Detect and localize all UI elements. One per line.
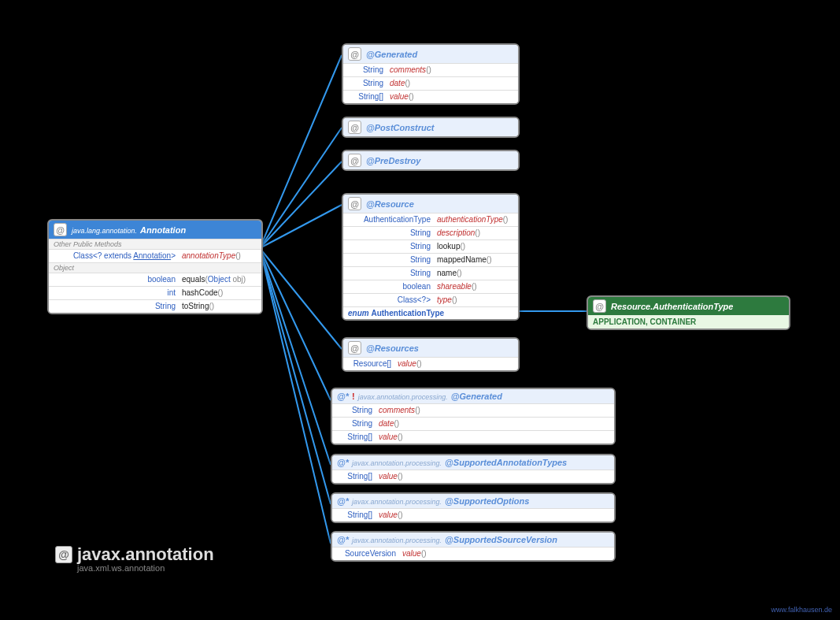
class-name: @SupportedSourceVersion bbox=[445, 535, 557, 544]
class-title: @ @PreDestroy bbox=[343, 151, 518, 169]
class-supportedoptions: @* javax.annotation.processing.@Supporte… bbox=[331, 492, 616, 523]
svg-line-7 bbox=[260, 248, 331, 504]
class-name: @Generated bbox=[366, 50, 417, 59]
class-resource: @ @Resource AuthenticationTypeauthentica… bbox=[342, 193, 520, 321]
enum-name: Resource.AuthenticationType bbox=[611, 302, 733, 311]
method-row: String[]value() bbox=[332, 508, 614, 522]
method-row: Stringdate() bbox=[343, 76, 518, 90]
annotation-icon: @ bbox=[348, 197, 361, 210]
class-title: @ java.lang.annotation.Annotation bbox=[49, 221, 261, 239]
svg-line-0 bbox=[260, 55, 342, 248]
enum-values: APPLICATION, CONTAINER bbox=[588, 315, 789, 329]
class-name: @Generated bbox=[451, 392, 502, 401]
method-row: String toString() bbox=[49, 299, 261, 313]
class-processing-generated: @* ! javax.annotation.processing.@Genera… bbox=[331, 388, 616, 445]
credit-link[interactable]: www.falkhausen.de bbox=[771, 606, 832, 614]
section-label: Other Public Methods bbox=[49, 239, 261, 249]
method-row: Stringdescription() bbox=[343, 226, 518, 239]
section-label: Object bbox=[49, 262, 261, 273]
class-package: java.lang.annotation. bbox=[72, 227, 137, 235]
svg-line-6 bbox=[260, 248, 331, 465]
class-title: @* ! javax.annotation.processing.@Genera… bbox=[332, 389, 614, 403]
annotation-icon: @ bbox=[54, 223, 67, 236]
method-row: Stringdate() bbox=[332, 417, 614, 430]
class-name: @Resources bbox=[366, 343, 419, 353]
annotation-icon: @ bbox=[55, 546, 72, 563]
class-postconstruct: @ @PostConstruct bbox=[342, 117, 520, 138]
class-supportedannotationtypes: @* javax.annotation.processing.@Supporte… bbox=[331, 454, 616, 484]
class-title: @* javax.annotation.processing.@Supporte… bbox=[332, 455, 614, 470]
bang-icon: ! bbox=[352, 392, 355, 401]
class-package: javax.annotation.processing. bbox=[352, 536, 442, 544]
class-title: @* javax.annotation.processing.@Supporte… bbox=[332, 533, 614, 547]
method-row: booleanshareable() bbox=[343, 280, 518, 293]
annotation-icon: @ bbox=[348, 121, 361, 134]
annotation-icon: @ bbox=[593, 299, 606, 313]
class-package: javax.annotation.processing. bbox=[358, 393, 448, 401]
class-name: @SupportedOptions bbox=[445, 496, 529, 506]
method-row: Stringcomments() bbox=[332, 403, 614, 417]
class-title: @ @Generated bbox=[343, 45, 518, 63]
class-annotation: @ java.lang.annotation.Annotation Other … bbox=[47, 219, 263, 314]
class-name: @SupportedAnnotationTypes bbox=[445, 458, 567, 467]
method-row: Stringlookup() bbox=[343, 239, 518, 253]
enum-title: @ Resource.AuthenticationType bbox=[588, 297, 789, 315]
enum-row: enum AuthenticationType bbox=[343, 306, 518, 319]
class-name: @PostConstruct bbox=[366, 123, 435, 132]
annotation-icon: @ bbox=[348, 154, 361, 167]
method-row: int hashCode() bbox=[49, 286, 261, 299]
method-row: String[]value() bbox=[332, 430, 614, 444]
svg-line-8 bbox=[260, 248, 331, 544]
class-title: @ @Resource bbox=[343, 195, 518, 213]
annotation-star-icon: @* bbox=[337, 535, 349, 544]
enum-authenticationtype: @ Resource.AuthenticationType APPLICATIO… bbox=[587, 295, 790, 330]
method-row: Stringcomments() bbox=[343, 63, 518, 76]
class-supportedsourceversion: @* javax.annotation.processing.@Supporte… bbox=[331, 531, 616, 562]
annotation-icon: @ bbox=[348, 341, 361, 355]
method-row: boolean equals(Object obj) bbox=[49, 273, 261, 286]
svg-line-1 bbox=[260, 128, 342, 248]
method-row: Class<?>type() bbox=[343, 293, 518, 306]
class-package: javax.annotation.processing. bbox=[352, 498, 442, 506]
annotation-star-icon: @* bbox=[337, 392, 349, 401]
svg-line-5 bbox=[260, 248, 331, 400]
method-row: StringmappedName() bbox=[343, 253, 518, 266]
class-package: javax.annotation.processing. bbox=[352, 459, 442, 467]
class-name: @PreDestroy bbox=[366, 156, 420, 165]
class-predestroy: @ @PreDestroy bbox=[342, 150, 520, 171]
class-name: @Resource bbox=[366, 199, 414, 209]
method-row: SourceVersionvalue() bbox=[332, 547, 614, 560]
method-row: Resource[]value() bbox=[343, 357, 518, 370]
svg-line-3 bbox=[260, 205, 342, 248]
class-title: @ @Resources bbox=[343, 339, 518, 357]
svg-line-4 bbox=[260, 248, 342, 349]
package-label: @ javax.annotation java.xml.ws.annotatio… bbox=[55, 544, 214, 573]
annotation-star-icon: @* bbox=[337, 458, 349, 467]
class-title: @* javax.annotation.processing.@Supporte… bbox=[332, 494, 614, 508]
method-row: Stringname() bbox=[343, 266, 518, 280]
class-generated: @ @Generated Stringcomments() Stringdate… bbox=[342, 43, 520, 105]
method-row: String[]value() bbox=[343, 90, 518, 103]
package-main: javax.annotation bbox=[77, 544, 214, 565]
method-row: AuthenticationTypeauthenticationType() bbox=[343, 213, 518, 226]
method-row: Class<? extends Annotation> annotationTy… bbox=[49, 249, 261, 262]
annotation-icon: @ bbox=[348, 47, 361, 61]
method-row: String[]value() bbox=[332, 470, 614, 483]
svg-line-2 bbox=[260, 161, 342, 248]
annotation-star-icon: @* bbox=[337, 496, 349, 506]
class-name: Annotation bbox=[140, 225, 186, 235]
class-resources: @ @Resources Resource[]value() bbox=[342, 337, 520, 372]
class-title: @ @PostConstruct bbox=[343, 118, 518, 136]
